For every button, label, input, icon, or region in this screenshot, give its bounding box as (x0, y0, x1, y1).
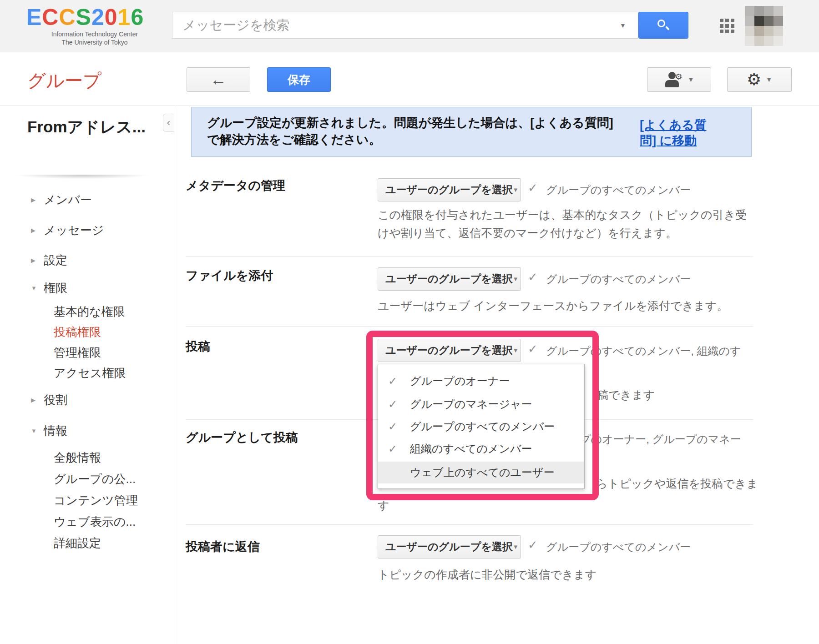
sidebar-item-moderation-permissions[interactable]: 管理権限 (0, 345, 101, 360)
faq-link[interactable]: [よくある質 問] に移動 (640, 117, 744, 148)
check-icon: ✓ (528, 270, 538, 284)
menu-item-label: ウェブ上のすべてのユーザー (410, 465, 555, 480)
sidebar-item-label: 管理権限 (54, 345, 101, 361)
sidebar-item-access-permissions[interactable]: アクセス権限 (0, 365, 126, 381)
post-as-group-description-fragment: らトピックや返信を投稿できま (596, 476, 758, 491)
row-label-metadata: メタデータの管理 (186, 177, 285, 194)
sidebar-item-members[interactable]: ▶メンバー (0, 192, 92, 207)
menu-item-all-group-members[interactable]: ✓グループのすべてのメンバー (378, 416, 584, 437)
caret-down-icon: ▼ (513, 186, 519, 193)
page: ECCS2016 Information Technology Center T… (0, 0, 819, 644)
post-permission-menu: ✓グループのオーナー ✓グループのマネージャー ✓グループのすべてのメンバー ✓… (378, 364, 585, 489)
sidebar-collapse-button[interactable]: ‹ (163, 114, 174, 132)
sidebar-item-content-control[interactable]: コンテンツ管理 (0, 493, 138, 508)
check-icon: ✓ (388, 443, 410, 455)
sidebar-item-general-info[interactable]: 全般情報 (0, 450, 101, 465)
header-divider (0, 106, 819, 106)
sidebar-item-posting-permissions[interactable]: 投稿権限 (0, 324, 101, 340)
logo-letter: 0 (105, 5, 118, 30)
caret-down-icon: ▼ (766, 76, 772, 83)
eccs-logo: ECCS2016 Information Technology Center T… (26, 5, 163, 46)
logo-letter: C (42, 5, 59, 30)
sidebar-item-basic-permissions[interactable]: 基本的な権限 (0, 304, 125, 319)
faq-link-line-1: [よくある質 (640, 117, 744, 133)
expand-arrow-icon: ▶ (31, 227, 44, 234)
sidebar-item-group-visibility[interactable]: グループの公... (0, 471, 136, 487)
check-icon: ✓ (388, 398, 410, 411)
check-icon: ✓ (388, 420, 410, 433)
post-group-select-dropdown[interactable]: ユーザーのグループを選択 ▼ (378, 339, 521, 362)
banner-line-2: で解決方法をご確認ください。 (207, 131, 613, 148)
sidebar-item-roles[interactable]: ▶役割 (0, 392, 67, 408)
metadata-group-select-dropdown[interactable]: ユーザーのグループを選択 ▼ (378, 178, 521, 201)
settings-actions-button[interactable]: ⚙ ▼ (727, 67, 792, 92)
sidebar-item-label: 基本的な権限 (54, 304, 125, 320)
check-icon: ✓ (528, 181, 538, 195)
reply-selected-value: グループのすべてのメンバー (546, 540, 691, 554)
metadata-description: この権限を付与されたユーザーは、基本的なタスク（トピックの引き受 けや割り当て、… (378, 206, 747, 242)
logo-letter: S (76, 5, 91, 30)
divider (186, 256, 753, 257)
row-label-post-as-group: グループとして投稿 (186, 429, 298, 446)
group-name-title: Fromアドレス... (27, 116, 164, 138)
menu-item-label: グループのオーナー (410, 374, 510, 388)
members-actions-button[interactable]: ⚙ ▼ (647, 67, 711, 92)
sidebar-border (175, 106, 175, 644)
sidebar-item-settings[interactable]: ▶設定 (0, 252, 67, 268)
post-as-group-selected-value: プのオーナー, グループのマネー (580, 433, 741, 445)
sidebar-item-advanced-settings[interactable]: 詳細設定 (0, 535, 101, 551)
sidebar-item-label: コンテンツ管理 (54, 493, 138, 508)
collapse-chevron-icon: ‹ (167, 117, 170, 129)
search-box: ▼ (172, 12, 638, 39)
collapse-arrow-icon: ▼ (31, 428, 44, 434)
logo-letter: 1 (118, 5, 131, 30)
sidebar-item-information[interactable]: ▼情報 (0, 423, 67, 438)
post-as-group-description-overflow: す (378, 498, 389, 513)
caret-down-icon: ▼ (513, 276, 519, 282)
dropdown-label: ユーザーのグループを選択 (385, 540, 513, 554)
banner-line-1: グループ設定が更新されました。問題が発生した場合は、[よくある質問] (207, 115, 613, 131)
menu-item-label: グループのすべてのメンバー (410, 419, 555, 434)
expand-arrow-icon: ▶ (31, 196, 44, 203)
menu-item-group-managers[interactable]: ✓グループのマネージャー (378, 394, 584, 415)
sidebar-item-label: メッセージ (44, 222, 104, 238)
menu-item-label: グループのマネージャー (410, 397, 532, 412)
collapse-arrow-icon: ▼ (31, 285, 44, 292)
search-options-caret-icon[interactable]: ▼ (620, 22, 638, 29)
update-notice-banner: グループ設定が更新されました。問題が発生した場合は、[よくある質問] で解決方法… (191, 107, 752, 157)
sidebar-item-label: メンバー (44, 192, 92, 208)
menu-item-label: 組織のすべてのメンバー (410, 442, 532, 456)
divider (186, 524, 753, 525)
caret-down-icon: ▼ (513, 543, 519, 550)
back-button[interactable]: ← (187, 67, 250, 92)
check-icon: ✓ (388, 375, 410, 387)
sidebar-item-label: 権限 (44, 280, 67, 296)
search-button[interactable] (638, 12, 688, 39)
banner-text: グループ設定が更新されました。問題が発生した場合は、[よくある質問] で解決方法… (207, 115, 613, 148)
sidebar-item-web-view[interactable]: ウェブ表示の... (0, 514, 136, 529)
reply-group-select-dropdown[interactable]: ユーザーのグループを選択 ▼ (378, 535, 521, 558)
attach-group-select-dropdown[interactable]: ユーザーのグループを選択 ▼ (378, 267, 521, 291)
sidebar-item-label: 詳細設定 (54, 535, 101, 551)
search-input[interactable] (172, 12, 620, 38)
menu-item-all-org-members[interactable]: ✓組織のすべてのメンバー (378, 438, 584, 459)
sidebar-item-permissions[interactable]: ▼権限 (0, 280, 67, 296)
avatar[interactable] (745, 6, 783, 46)
check-icon: ✓ (528, 342, 538, 356)
sidebar-item-messages[interactable]: ▶メッセージ (0, 222, 104, 238)
logo-letter: 6 (131, 5, 144, 30)
save-button[interactable]: 保存 (267, 67, 331, 92)
apps-grid-icon[interactable] (720, 19, 734, 33)
post-selected-value: グループのすべてのメンバー, 組織のす (546, 345, 741, 357)
menu-item-all-web-users[interactable]: ウェブ上のすべてのユーザー (378, 462, 584, 483)
sidebar-item-label: ウェブ表示の... (54, 514, 136, 530)
sidebar-item-label: グループの公... (54, 471, 136, 487)
sidebar-item-label: アクセス権限 (54, 365, 126, 381)
menu-item-group-owners[interactable]: ✓グループのオーナー (378, 371, 584, 392)
divider (186, 326, 753, 327)
post-as-group-selected-clip: プのオーナー, グループのマネー (580, 432, 754, 448)
sidebar-title-shadow (0, 175, 164, 181)
check-icon: ✓ (528, 538, 538, 552)
gear-icon: ⚙ (747, 71, 761, 88)
sidebar-item-label: 役割 (44, 392, 67, 408)
